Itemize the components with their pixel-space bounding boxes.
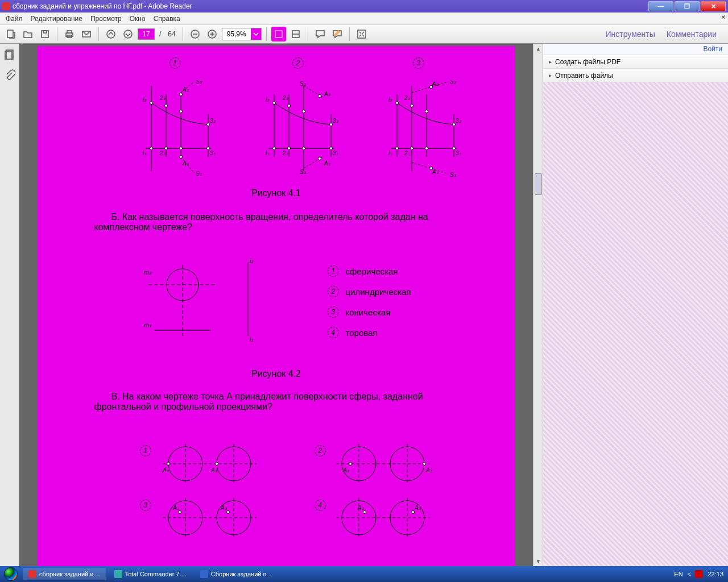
attachments-icon[interactable] (3, 69, 16, 81)
menu-edit[interactable]: Редактирование (31, 15, 82, 23)
svg-text:2₁: 2₁ (282, 150, 288, 156)
page-down-button[interactable] (121, 27, 135, 41)
print-button[interactable] (62, 27, 77, 41)
variant-number-2: 2 (292, 57, 304, 69)
kaspersky-icon[interactable] (695, 570, 703, 578)
svg-text:A₂: A₂ (342, 467, 350, 473)
svg-text:i₁: i₁ (266, 150, 269, 156)
fit-width-button[interactable] (288, 27, 303, 41)
svg-text:i₁: i₁ (143, 150, 146, 156)
svg-rect-1 (42, 31, 48, 38)
annotate-button[interactable] (330, 27, 345, 41)
tray-arrow-icon[interactable]: < (688, 571, 691, 577)
svg-text:A₁: A₁ (324, 160, 330, 167)
sphere-variant-1: 1 (140, 445, 151, 456)
open-button[interactable] (20, 27, 35, 41)
language-indicator[interactable]: EN (674, 571, 682, 577)
page-up-button[interactable] (104, 27, 118, 41)
taskbar-item-reader[interactable]: сборник заданий и ... (23, 568, 106, 580)
zoom-out-button[interactable] (188, 27, 202, 41)
window-titlebar: сборник заданий и упражнений по НГ.pdf -… (0, 0, 728, 13)
menu-close-icon[interactable]: × (721, 13, 726, 22)
svg-point-61 (329, 147, 332, 150)
sphere-diagram-3: A₂A₃ (157, 495, 265, 541)
save-button[interactable] (38, 27, 52, 41)
svg-point-88 (452, 147, 455, 150)
svg-point-82 (410, 105, 413, 107)
thumbnails-icon[interactable] (3, 48, 16, 61)
svg-point-142 (363, 511, 366, 514)
scroll-thumb[interactable] (535, 173, 542, 195)
tray-clock[interactable]: 22:13 (708, 571, 723, 577)
page-total: 64 (166, 30, 177, 38)
taskbar-item-word[interactable]: Сборник заданий п... (195, 568, 278, 580)
read-mode-button[interactable] (354, 27, 369, 41)
svg-text:A₂: A₂ (357, 505, 365, 511)
svg-point-31 (150, 147, 152, 150)
scroll-up-icon[interactable]: ▲ (533, 44, 543, 53)
email-button[interactable] (79, 27, 94, 41)
variant-number-3: 3 (413, 57, 424, 69)
figure-4-1-caption: Рисунок 4.1 (38, 188, 515, 198)
sphere-diagram-2: A₂A₃ (330, 441, 439, 487)
comments-panel-link[interactable]: Комментарии (667, 30, 717, 39)
zoom-in-button[interactable] (205, 27, 220, 41)
svg-text:S₂: S₂ (300, 81, 307, 87)
option-4-number: 4 (328, 327, 339, 338)
sphere-diagram-4: A₂A₃ (330, 495, 439, 541)
figure-4-2-caption: Рисунок 4.2 (38, 369, 515, 379)
svg-text:A₁: A₁ (182, 160, 189, 167)
taskbar-item-label: Сборник заданий п... (211, 571, 272, 577)
zoom-select[interactable] (222, 28, 262, 40)
svg-point-55 (287, 105, 290, 107)
svg-text:2₂: 2₂ (159, 95, 166, 101)
svg-point-28 (164, 105, 167, 107)
option-1-number: 1 (328, 265, 339, 277)
comment-button[interactable] (313, 27, 328, 41)
svg-text:S₂: S₂ (450, 80, 457, 85)
svg-rect-2 (43, 31, 47, 33)
tc-icon (114, 570, 122, 578)
taskbar-item-totalcmd[interactable]: Total Commander 7.... (109, 568, 192, 580)
svg-text:A₂: A₂ (162, 467, 169, 473)
window-maximize-button[interactable]: ❐ (675, 1, 700, 11)
vertical-scrollbar[interactable]: ▲ ▼ (533, 44, 543, 566)
send-files-section[interactable]: Отправить файлы (543, 69, 728, 82)
page-separator: / (157, 30, 163, 38)
scroll-down-icon[interactable]: ▼ (533, 556, 543, 566)
svg-point-57 (329, 123, 332, 126)
menu-file[interactable]: Файл (6, 15, 23, 23)
document-area[interactable]: 1 2 3 i₂2₂A₂S₂3₂ i₁2₁A₁3₁S₁ (19, 44, 533, 566)
menu-view[interactable]: Просмотр (90, 15, 122, 23)
sign-in-link[interactable]: Войти (543, 44, 728, 55)
tools-panel-link[interactable]: Инструменты (606, 30, 655, 39)
zoom-value-input[interactable] (222, 30, 251, 38)
svg-text:i₂: i₂ (388, 97, 392, 103)
menu-help[interactable]: Справка (154, 15, 180, 23)
question-b-text: Б. Как называется поверхность вращения, … (94, 212, 470, 232)
svg-text:3₁: 3₁ (456, 150, 461, 156)
window-close-button[interactable]: ✕ (701, 1, 726, 11)
window-minimize-button[interactable]: — (648, 1, 673, 11)
question-v-text: В. На каком чертеже точка А принадлежит … (94, 392, 470, 412)
svg-text:3₂: 3₂ (333, 118, 339, 124)
svg-point-81 (395, 102, 398, 105)
svg-point-85 (395, 147, 398, 150)
create-pdf-section[interactable]: Создать файлы PDF (543, 55, 728, 69)
taskbar: сборник заданий и ... Total Commander 7.… (0, 566, 728, 582)
svg-text:m₂: m₂ (144, 269, 152, 276)
menu-window[interactable]: Окно (130, 15, 146, 23)
option-4-text: торовая (346, 328, 378, 338)
page-number-input[interactable] (138, 28, 155, 40)
option-3-number: 3 (328, 306, 339, 318)
svg-text:A₃: A₃ (210, 467, 218, 473)
option-3-text: коническая (346, 307, 391, 317)
export-pdf-button[interactable] (3, 27, 18, 41)
word-icon (200, 570, 208, 578)
fit-page-button[interactable] (271, 27, 286, 41)
start-button[interactable] (0, 566, 22, 582)
svg-point-63 (318, 157, 321, 160)
svg-text:m₁: m₁ (144, 322, 151, 329)
svg-text:S₁: S₁ (196, 171, 202, 177)
zoom-dropdown-icon[interactable] (251, 28, 261, 40)
